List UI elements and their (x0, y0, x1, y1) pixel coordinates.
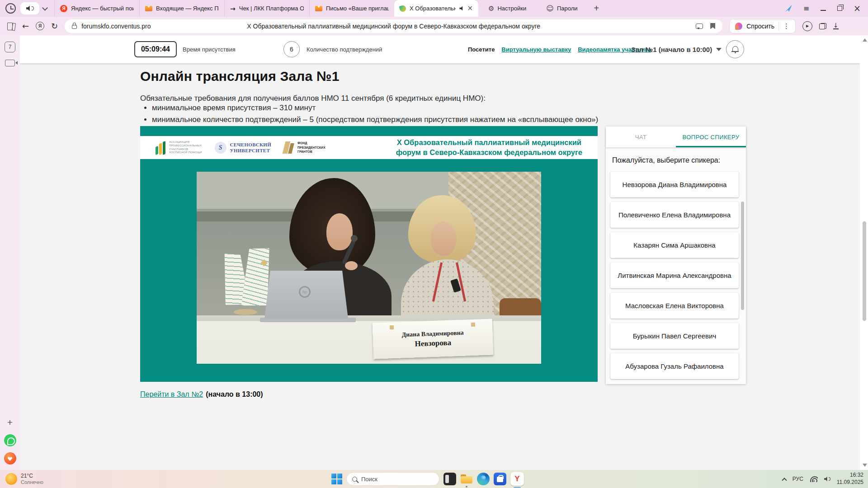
tab-sound-button[interactable] (20, 2, 39, 14)
tab-question-to-speaker[interactable]: ВОПРОС СПИКЕРУ (676, 127, 746, 147)
ask-label: Спросить (746, 23, 774, 30)
browser-menu-icon[interactable]: ≡ (803, 4, 809, 13)
settings-menu-item[interactable]: ⚙ Настройки (478, 0, 536, 17)
ask-ai-button[interactable]: Спросить ⋮ (729, 19, 796, 33)
nmo-requirements-text: Обязательные требования для получения ба… (140, 94, 486, 103)
rocket-icon[interactable] (785, 5, 792, 12)
stream-title-line1: Х Образовательный паллиативный медицинск… (396, 138, 582, 147)
edge-browser-icon[interactable] (477, 473, 490, 485)
start-button[interactable] (331, 474, 342, 484)
passwords-menu-item[interactable]: ☺ Пароли (536, 0, 587, 17)
speaker-button[interactable]: Масловская Елена Викторовна (610, 293, 739, 319)
volume-control[interactable] (824, 477, 830, 481)
yandex-browser-icon[interactable]: Y (510, 472, 524, 486)
association-leaf-icon (156, 141, 165, 155)
mail-favicon (315, 6, 322, 11)
virtual-exhibition-link[interactable]: Виртуальную выставку (501, 46, 571, 53)
presence-timer: 05:09:44 (134, 41, 177, 57)
sidebar-toggle-icon[interactable] (7, 23, 15, 30)
presence-timer-label: Время присутствия (183, 35, 236, 63)
refresh-button[interactable]: ↻ (51, 21, 58, 31)
hall-selector[interactable]: Зал №1 (начало в 10:00) (631, 35, 722, 63)
running-indicator (466, 486, 467, 488)
go-to-hall2-link[interactable]: Перейти в Зал №2 (140, 390, 203, 398)
search-icon (352, 477, 357, 482)
video-player[interactable]: АССОЦИАЦИЯ ПРОФЕССИОНАЛЬНЫХ УЧАСТНИКОВ Х… (140, 126, 598, 382)
volume-icon (824, 477, 828, 481)
tabs-counter-badge[interactable]: 7 (5, 42, 15, 52)
speaker-left-hand (345, 261, 358, 270)
bookmark-icon[interactable] (710, 23, 715, 29)
tray-overflow-chevron[interactable] (782, 478, 787, 483)
history-clock-icon[interactable] (5, 3, 16, 14)
comments-icon[interactable] (696, 23, 703, 29)
wifi-icon[interactable] (810, 476, 818, 482)
speaker-button[interactable]: Литвинская Марина Александровна (610, 263, 739, 288)
collections-icon[interactable] (819, 23, 826, 29)
window-close-button[interactable]: × (854, 4, 861, 13)
fund-emblem-icon (284, 141, 294, 154)
tab-chat[interactable]: ЧАТ (606, 127, 676, 147)
weather-widget[interactable]: 21°C Солнечно (5, 470, 43, 488)
yandex-home-icon[interactable]: Я (36, 22, 44, 30)
speaker-button[interactable]: Казарян Сима Аршаковна (610, 232, 739, 258)
scrollbar-thumb[interactable] (863, 221, 866, 321)
new-tab-button[interactable]: + (588, 3, 606, 14)
tab-yandex-search[interactable]: Я Яндекс — быстрый поиск (54, 0, 139, 17)
scroll-down-arrow[interactable] (863, 464, 867, 467)
tab-yandex-mail-inbox[interactable]: Входящие — Яндекс Почт (139, 0, 224, 17)
scroll-up-arrow[interactable] (863, 38, 867, 42)
association-logo-text: АССОЦИАЦИЯ ПРОФЕССИОНАЛЬНЫХ УЧАСТНИКОВ Х… (169, 141, 202, 155)
arrow-favicon: → (230, 5, 236, 12)
weather-temperature: 21°C (21, 473, 43, 479)
search-input[interactable] (361, 476, 441, 483)
hall2-start-time: (начало в 13:00) (206, 390, 263, 398)
address-bar[interactable]: forumskfo.conventus.pro Х Образовательны… (65, 19, 722, 33)
speaker-left-face (326, 213, 353, 250)
hall-selector-label: Зал №1 (начало в 10:00) (631, 46, 712, 53)
university-logo-text: СЕЧЕНОВСКИЙ УНИВЕРСИТЕТ (230, 142, 271, 153)
chevron-down-icon[interactable] (42, 5, 48, 11)
video-call-icon[interactable] (5, 60, 15, 66)
choose-speaker-prompt: Пожалуйста, выберите спикера: (612, 156, 739, 164)
video-still: hp Диана Владимировна Невзорова (197, 172, 541, 364)
keyboard-language[interactable]: РУС (793, 476, 803, 482)
speaker-button[interactable]: Полевиченко Елена Владимировна (610, 202, 739, 228)
stream-title: Х Образовательный паллиативный медицинск… (396, 138, 582, 157)
more-options-icon[interactable]: ⋮ (783, 22, 790, 30)
tab-audio-icon[interactable] (459, 6, 463, 11)
gear-icon: ⚙ (488, 5, 494, 13)
lock-icon (72, 25, 77, 29)
tab-invitation-letter[interactable]: Письмо «Ваше приглаше (309, 0, 394, 17)
taskbar-clock[interactable]: 16:32 11.09.2025 (837, 472, 863, 486)
tab-close-icon[interactable]: × (467, 5, 473, 12)
downloads-icon[interactable]: ↓ (833, 23, 839, 29)
url-text: forumskfo.conventus.pro (81, 23, 151, 30)
tab-forum-active[interactable]: Х Образовательный × (394, 0, 478, 17)
speaker-button[interactable]: Бурыкин Павел Сергеевич (610, 323, 739, 349)
tab-receipt-platform[interactable]: → Чек | ЛКК Платформа ОФ (224, 0, 309, 17)
dark-app-icon[interactable] (443, 473, 456, 485)
orange-app-icon[interactable] (4, 452, 16, 465)
browser-tab-bar: Я Яндекс — быстрый поиск Входящие — Янде… (0, 0, 868, 17)
window-minimize-button[interactable] (821, 6, 826, 11)
file-explorer-icon[interactable] (460, 473, 473, 485)
site-header: 05:09:44 Время присутствия 6 Количество … (20, 35, 860, 63)
notifications-bell-button[interactable] (726, 40, 744, 58)
taskbar-search[interactable] (346, 472, 439, 486)
page-title: Онлайн трансляция Зала №1 (140, 69, 340, 84)
back-button[interactable]: ← (22, 21, 29, 31)
sound-wave-icon (32, 6, 34, 10)
divider (778, 22, 779, 30)
speaker-button[interactable]: Невзорова Диана Владимировна (610, 172, 739, 197)
sidebar-add-button[interactable]: + (7, 417, 13, 428)
page-content: 05:09:44 Время присутствия 6 Количество … (20, 35, 860, 470)
account-face-icon: ☺ (546, 4, 554, 13)
microsoft-store-icon[interactable] (494, 473, 506, 485)
nameplate-last-name: Невзорова (415, 338, 451, 348)
speaker-button[interactable]: Абузарова Гузаль Рафаиловна (610, 353, 739, 379)
video-background-play-icon[interactable]: ▶ (802, 21, 812, 31)
panel-scrollbar-thumb[interactable] (741, 202, 744, 310)
whatsapp-icon[interactable] (4, 434, 16, 446)
window-restore-button[interactable] (837, 6, 842, 11)
